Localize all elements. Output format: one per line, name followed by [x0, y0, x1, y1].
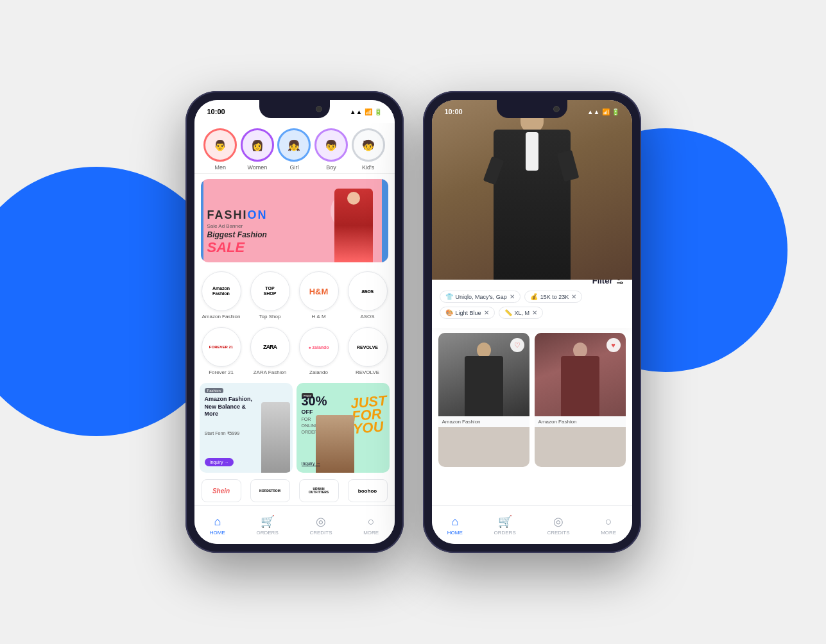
home-icon-1: ⌂ — [214, 515, 221, 529]
brand-name-revolve: REVOLVE — [356, 369, 379, 375]
product-heart-1[interactable]: ♡ — [510, 338, 524, 352]
phone-1-notch — [259, 100, 330, 118]
nav-more-2[interactable]: ○ MORE — [601, 515, 616, 536]
brand-name-zalando: Zalando — [309, 369, 328, 375]
nav-home-1[interactable]: ⌂ HOME — [210, 515, 225, 536]
hero-image-section — [432, 100, 632, 280]
asos-logo: asos — [361, 288, 374, 294]
bottom-nav-1: ⌂ HOME 🛒 ORDERS ◎ CREDITS ○ MORE — [194, 505, 395, 544]
more-label-2: MORE — [601, 530, 616, 536]
brand-zara[interactable]: ZARA ZARA Fashion — [248, 327, 292, 375]
brand-nordstrom[interactable]: NORDSTROM — [250, 479, 290, 502]
phone-2: 10:00 ▲▲ 📶 🔋 — [423, 91, 641, 553]
category-label-boy: Boy — [326, 164, 336, 171]
brand-chip-close[interactable]: ✕ — [510, 293, 515, 300]
product-heart-2[interactable]: ♥ — [607, 338, 621, 352]
filter-chip-price[interactable]: 💰 15K to 23K ✕ — [524, 291, 583, 303]
brand-name-asos: ASOS — [360, 314, 374, 319]
more-icon-2: ○ — [605, 515, 612, 529]
nav-more-1[interactable]: ○ MORE — [363, 515, 379, 536]
ad-banner-asos[interactable]: asos 30% OFF FOR ONLINE ORDER JUSTFORYOU… — [297, 383, 390, 473]
orders-icon-2: 🛒 — [498, 514, 512, 529]
phone-2-inner: 10:00 ▲▲ 📶 🔋 — [432, 100, 632, 544]
brand-asos[interactable]: asos ASOS — [346, 271, 390, 319]
phone-1-inner: 10:00 ▲▲ 📶 🔋 👨 Men — [194, 100, 395, 544]
brand-circle-hm: H&M — [299, 271, 339, 311]
credits-label-1: CREDITS — [309, 530, 332, 536]
banner-stripe-right — [382, 179, 388, 262]
product-card-1[interactable]: ♡ Amazon Fashion — [438, 333, 529, 467]
nav-home-2[interactable]: ⌂ HOME — [447, 515, 463, 536]
brand-circle-urban: URBANOUTFITTERS — [299, 479, 339, 502]
banner-text: FASHION Sale Ad Banner Biggest Fashion S… — [207, 208, 268, 256]
brand-urban[interactable]: URBANOUTFITTERS — [299, 479, 339, 502]
phones-container: 10:00 ▲▲ 📶 🔋 👨 Men — [185, 91, 641, 553]
product-card-2[interactable]: ♥ Amazon Fashion — [535, 333, 626, 467]
ad-right-button[interactable]: Inquiry → — [302, 461, 321, 466]
sale-banner[interactable]: FASHION Sale Ad Banner Biggest Fashion S… — [201, 179, 388, 262]
ad-left-button[interactable]: Inquiry → — [205, 458, 234, 466]
figure-head — [347, 192, 360, 205]
filter-chip-size[interactable]: 📏 XL, M ✕ — [499, 307, 544, 319]
color-chip-label: Light Blue — [456, 310, 481, 316]
brands-section-1: AmazonFashion Amazon Fashion TOPSHOP Top… — [194, 267, 395, 323]
bottom-nav-2: ⌂ HOME 🛒 ORDERS ◎ CREDITS ○ MORE — [432, 505, 632, 544]
ad-right-off: OFF — [302, 409, 313, 415]
brands-section-2: FOREVER 21 Forever 21 ZARA ZARA Fashion — [194, 323, 395, 379]
product-label-1: Amazon Fashion — [438, 416, 529, 427]
topshop-logo: TOPSHOP — [264, 286, 277, 297]
home-label-1: HOME — [210, 530, 225, 536]
color-chip-icon: 🎨 — [445, 309, 453, 316]
banner-subtitle: Sale Ad Banner — [207, 223, 268, 229]
brand-amazon[interactable]: AmazonFashion Amazon Fashion — [200, 271, 243, 319]
ad-left-figure — [261, 402, 290, 473]
zara-logo: ZARA — [263, 344, 277, 350]
brand-boohoo[interactable]: boohoo — [348, 479, 388, 502]
nav-credits-1[interactable]: ◎ CREDITS — [309, 514, 332, 536]
category-men[interactable]: 👨 Men — [203, 128, 237, 171]
filter-header: Filter — [440, 280, 624, 285]
category-boy[interactable]: 👦 Boy — [314, 128, 348, 171]
filter-chip-color[interactable]: 🎨 Light Blue ✕ — [440, 307, 495, 319]
filter-chips-row-1: 👕 Uniqlo, Macy's, Gap ✕ 💰 15K to 23K ✕ — [440, 291, 624, 303]
brand-name-forever21: Forever 21 — [209, 369, 234, 375]
battery-icon-1: 🔋 — [374, 108, 382, 115]
brand-hm[interactable]: H&M H & M — [297, 271, 341, 319]
ad-left-heading: Amazon Fashion, New Balance & More — [205, 396, 256, 418]
banner-figure — [334, 189, 373, 262]
category-kids[interactable]: 🧒 Kid's — [352, 128, 385, 171]
color-chip-close[interactable]: ✕ — [484, 309, 489, 316]
credits-label-2: CREDITS — [547, 530, 569, 536]
nav-orders-1[interactable]: 🛒 ORDERS — [256, 514, 278, 536]
brand-circle-zalando: ● zalando — [299, 327, 339, 367]
category-girl[interactable]: 👧 Girl — [277, 128, 311, 171]
more-icon-1: ○ — [368, 515, 375, 529]
brand-circle-topshop: TOPSHOP — [250, 271, 290, 311]
girl-avatar: 👧 — [279, 130, 309, 160]
price-chip-close[interactable]: ✕ — [571, 293, 576, 300]
nav-credits-2[interactable]: ◎ CREDITS — [547, 514, 569, 536]
wifi-icon-1: 📶 — [365, 108, 372, 115]
phone-1-content[interactable]: 👨 Men 👩 Women 👧 Girl — [194, 123, 395, 505]
banner-main-text: Biggest Fashion — [207, 230, 268, 239]
camera-dot-2 — [553, 106, 560, 112]
brand-topshop[interactable]: TOPSHOP Top Shop — [248, 271, 292, 319]
category-women[interactable]: 👩 Women — [241, 128, 274, 171]
brand-shein[interactable]: Shein — [202, 479, 241, 502]
ad-banner-amazon[interactable]: Fashion Amazon Fashion, New Balance & Mo… — [200, 383, 293, 473]
size-chip-close[interactable]: ✕ — [532, 309, 537, 316]
brand-circle-amazon: AmazonFashion — [202, 271, 241, 311]
banner-stripe-left — [201, 179, 203, 262]
nav-orders-2[interactable]: 🛒 ORDERS — [494, 514, 515, 536]
more-brands-section: Shein NORDSTROM URBANOUTFITTERS — [194, 477, 395, 505]
filter-chip-brand[interactable]: 👕 Uniqlo, Macy's, Gap ✕ — [440, 291, 521, 303]
brand-chip-label: Uniqlo, Macy's, Gap — [456, 294, 507, 300]
brand-zalando[interactable]: ● zalando Zalando — [297, 327, 341, 375]
brand-revolve[interactable]: REVOLVE REVOLVE — [346, 327, 390, 375]
banner-sale-text: SALE — [207, 239, 268, 256]
brand-forever21[interactable]: FOREVER 21 Forever 21 — [200, 327, 243, 375]
category-circle-boy: 👦 — [314, 128, 348, 162]
phone-1: 10:00 ▲▲ 📶 🔋 👨 Men — [185, 91, 404, 553]
brand-chip-icon: 👕 — [445, 293, 453, 300]
ad-left-price: Start Form ₹5999 — [205, 431, 240, 436]
